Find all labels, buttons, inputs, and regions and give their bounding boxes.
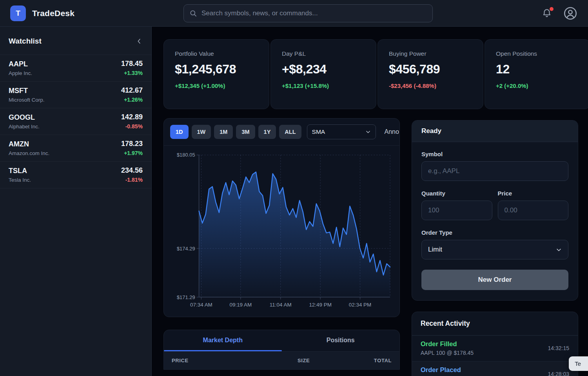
- svg-text:$174.29: $174.29: [177, 246, 195, 252]
- quantity-label: Quantity: [421, 190, 492, 197]
- stats-row: Portfolio Value $1,245,678 +$12,345 (+1.…: [163, 39, 588, 109]
- timeframe-button-1y[interactable]: 1Y: [258, 125, 276, 139]
- app-title: TradeDesk: [32, 9, 74, 18]
- collapse-sidebar-button[interactable]: [136, 38, 143, 45]
- timeframe-button-3m[interactable]: 3M: [236, 125, 255, 139]
- stat-label: Open Positions: [496, 50, 579, 57]
- watchlist-sidebar: Watchlist AAPL Apple Inc. 178.45 +1.33% …: [0, 27, 152, 376]
- svg-text:11:04 AM: 11:04 AM: [270, 302, 292, 308]
- watchlist-header: Watchlist: [0, 27, 151, 55]
- order-status: Ready: [412, 120, 578, 142]
- symbol: AAPL: [9, 60, 32, 68]
- tab-positions[interactable]: Positions: [282, 330, 400, 351]
- column-size: SIZE: [270, 358, 336, 363]
- notifications-button[interactable]: [542, 8, 552, 18]
- company-name: Amazon.com Inc.: [9, 150, 49, 156]
- company-name: Alphabet Inc.: [9, 124, 40, 130]
- company-name: Apple Inc.: [9, 70, 32, 76]
- stat-label: Buying Power: [389, 50, 472, 57]
- annotate-label[interactable]: Anno: [385, 128, 399, 135]
- price: 234.56: [121, 166, 143, 175]
- recent-activity-panel: Recent Activity Order Filled AAPL 100 @ …: [412, 312, 578, 376]
- stat-card-portfolio-value: Portfolio Value $1,245,678 +$12,345 (+1.…: [163, 39, 269, 109]
- column-price: PRICE: [172, 358, 270, 363]
- market-data-panel: Market Depth Positions PRICE SIZE TOTAL: [163, 330, 400, 370]
- activity-type: Order Placed: [421, 366, 485, 374]
- app-logo[interactable]: T: [10, 5, 26, 21]
- profile-button[interactable]: [563, 6, 578, 21]
- watchlist-row-tsla[interactable]: TSLA Tesla Inc. 234.56 -1.81%: [0, 162, 151, 188]
- watchlist-title: Watchlist: [9, 37, 42, 46]
- search-box[interactable]: [183, 4, 433, 22]
- watchlist-row-amzn[interactable]: AMZN Amazon.com Inc. 178.23 +1.97%: [0, 135, 151, 162]
- price: 178.45: [121, 60, 143, 68]
- svg-text:02:34 PM: 02:34 PM: [349, 302, 371, 308]
- watchlist-row-msft[interactable]: MSFT Microsoft Corp. 412.67 +1.26%: [0, 82, 151, 108]
- indicator-select[interactable]: SMA: [307, 124, 376, 139]
- tab-market-depth[interactable]: Market Depth: [164, 330, 282, 351]
- change: +1.33%: [121, 70, 143, 76]
- chart-panel: 1D 1W 1M 3M 1Y ALL SMA: [163, 118, 400, 317]
- timeframe-button-all[interactable]: ALL: [279, 125, 301, 139]
- stat-value: +$8,234: [282, 62, 365, 77]
- activity-row-order-placed[interactable]: Order Placed MSFT 50 @ $412.50 Limit 14:…: [412, 361, 578, 376]
- stat-card-open-positions: Open Positions 12 +2 (+20.0%): [485, 39, 588, 109]
- stat-value: 12: [496, 62, 579, 77]
- activity-row-order-filled[interactable]: Order Filled AAPL 100 @ $178.45 14:32:15: [412, 336, 578, 361]
- company-name: Microsoft Corp.: [9, 97, 45, 103]
- svg-text:$171.29: $171.29: [177, 294, 195, 300]
- activity-time: 14:28:03: [548, 371, 570, 376]
- depth-table-header: PRICE SIZE TOTAL: [164, 352, 399, 369]
- stat-value: $1,245,678: [175, 62, 258, 77]
- change: -1.81%: [121, 177, 143, 183]
- stat-change: +$1,123 (+15.8%): [282, 82, 365, 89]
- avatar-icon: [563, 6, 578, 21]
- symbol: AMZN: [9, 140, 49, 148]
- timeframe-button-1d[interactable]: 1D: [170, 125, 189, 139]
- activity-time: 14:32:15: [548, 345, 570, 351]
- topbar-actions: [542, 6, 578, 21]
- price-input[interactable]: [498, 201, 569, 220]
- notification-dot: [550, 7, 554, 11]
- svg-text:07:34 AM: 07:34 AM: [190, 302, 212, 308]
- order-type-label: Order Type: [421, 229, 568, 236]
- symbol-label: Symbol: [421, 151, 568, 157]
- price: 178.23: [121, 140, 143, 148]
- logo-letter: T: [16, 9, 20, 18]
- search-zone: [81, 4, 535, 22]
- chart-controls: 1D 1W 1M 3M 1Y ALL SMA: [164, 119, 399, 146]
- price-chart-area[interactable]: $180.05$174.29$171.2907:34 AM09:19 AM11:…: [164, 146, 399, 317]
- symbol: MSFT: [9, 87, 45, 95]
- watchlist-row-aapl[interactable]: AAPL Apple Inc. 178.45 +1.33%: [0, 55, 151, 82]
- change: -0.85%: [121, 123, 143, 130]
- search-icon: [189, 9, 197, 17]
- recent-activity-title: Recent Activity: [412, 312, 578, 336]
- activity-detail: AAPL 100 @ $178.45: [421, 350, 474, 356]
- timeframe-button-1m[interactable]: 1M: [214, 125, 233, 139]
- price: 412.67: [121, 86, 143, 95]
- new-order-button[interactable]: New Order: [421, 270, 568, 290]
- toast-notification[interactable]: Te: [569, 356, 588, 371]
- timeframe-button-1w[interactable]: 1W: [192, 125, 211, 139]
- chevron-down-icon: [556, 247, 562, 253]
- search-input[interactable]: [201, 9, 427, 17]
- svg-text:12:49 PM: 12:49 PM: [309, 302, 331, 308]
- company-name: Tesla Inc.: [9, 177, 31, 183]
- svg-text:$180.05: $180.05: [177, 152, 195, 158]
- order-type-select[interactable]: Limit: [421, 240, 568, 259]
- symbol: GOOGL: [9, 113, 40, 122]
- quantity-input[interactable]: [421, 201, 492, 220]
- watchlist-row-googl[interactable]: GOOGL Alphabet Inc. 142.89 -0.85%: [0, 108, 151, 135]
- chevron-down-icon: [365, 129, 371, 135]
- column-total: TOTAL: [337, 358, 392, 363]
- indicator-value: SMA: [312, 128, 325, 135]
- stat-value: $456,789: [389, 62, 472, 77]
- order-entry-panel: Ready Symbol Quantity Price: [412, 120, 578, 301]
- symbol-input[interactable]: [421, 161, 568, 181]
- stat-change: +$12,345 (+1.00%): [175, 82, 258, 89]
- stat-change: +2 (+20.0%): [496, 82, 579, 89]
- topbar: T TradeDesk: [0, 0, 588, 27]
- price-chart: $180.05$174.29$171.2907:34 AM09:19 AM11:…: [165, 149, 396, 313]
- change: +1.26%: [121, 97, 143, 103]
- price: 142.89: [121, 113, 143, 121]
